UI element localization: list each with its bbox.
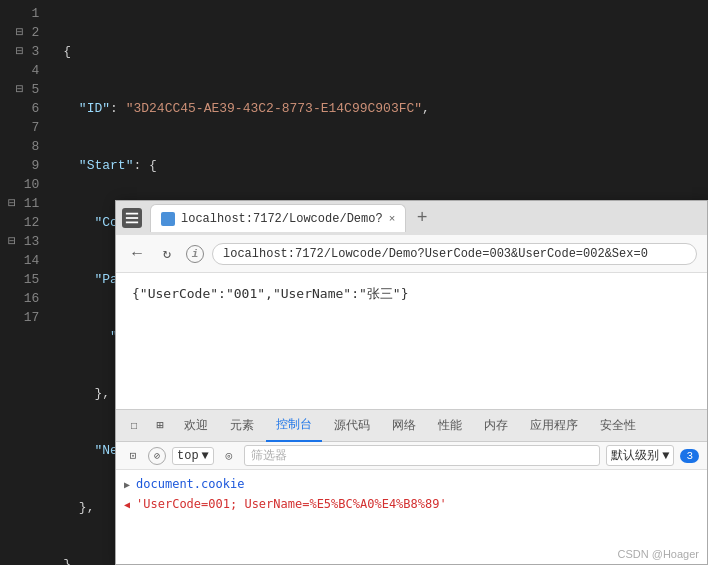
new-tab-button[interactable]: + bbox=[410, 206, 434, 230]
console-clear-icon[interactable]: ⊡ bbox=[124, 447, 142, 465]
expand-icon[interactable]: ▶ bbox=[124, 479, 130, 490]
console-toolbar: ⊡ ⊘ top ▼ ◎ 筛选器 默认级别 ▼ 3 bbox=[116, 442, 707, 470]
console-line-1: ▶ document.cookie bbox=[124, 474, 699, 494]
tab-application[interactable]: 应用程序 bbox=[520, 410, 588, 442]
svg-rect-2 bbox=[126, 222, 138, 224]
log-level-chevron-icon: ▼ bbox=[662, 449, 669, 463]
devtools-device-icon[interactable]: ⊞ bbox=[148, 414, 172, 438]
browser-tab[interactable]: localhost:7172/Lowcode/Demo? × bbox=[150, 204, 406, 232]
tab-network[interactable]: 网络 bbox=[382, 410, 426, 442]
console-line-2: ◀ 'UserCode=001; UserName=%E5%BC%A0%E4%B… bbox=[124, 494, 699, 514]
context-chevron-icon: ▼ bbox=[202, 449, 209, 463]
back-button[interactable]: ← bbox=[126, 243, 148, 265]
tab-close-button[interactable]: × bbox=[389, 213, 396, 225]
line-numbers: 1 ⊟ 2 ⊟ 3 4 ⊟ 5 6 7 8 9 10 ⊟ 11 12 ⊟ 13 … bbox=[0, 0, 47, 260]
tab-performance[interactable]: 性能 bbox=[428, 410, 472, 442]
browser-content: {"UserCode":"001","UserName":"张三"} bbox=[116, 273, 707, 409]
tab-favicon bbox=[161, 212, 175, 226]
console-block-icon[interactable]: ⊘ bbox=[148, 447, 166, 465]
log-level-label: 默认级别 bbox=[611, 447, 659, 464]
devtools-panel: ☐ ⊞ 欢迎 元素 控制台 源代码 网络 性能 bbox=[116, 409, 707, 564]
svg-rect-1 bbox=[126, 217, 138, 219]
tab-welcome[interactable]: 欢迎 bbox=[174, 410, 218, 442]
console-filter-input[interactable]: 筛选器 bbox=[244, 445, 600, 466]
svg-rect-0 bbox=[126, 213, 138, 215]
response-text: {"UserCode":"001","UserName":"张三"} bbox=[132, 286, 408, 301]
console-result: 'UserCode=001; UserName=%E5%BC%A0%E4%B8%… bbox=[136, 497, 447, 511]
tab-sources[interactable]: 源代码 bbox=[324, 410, 380, 442]
context-dropdown[interactable]: top ▼ bbox=[172, 447, 214, 465]
expand-icon-2[interactable]: ◀ bbox=[124, 499, 130, 510]
tab-console[interactable]: 控制台 bbox=[266, 410, 322, 442]
tab-security[interactable]: 安全性 bbox=[590, 410, 646, 442]
devtools-tab-bar: ☐ ⊞ 欢迎 元素 控制台 源代码 网络 性能 bbox=[116, 410, 707, 442]
url-input[interactable]: localhost:7172/Lowcode/Demo?UserCode=003… bbox=[212, 243, 697, 265]
browser-menu-icon[interactable] bbox=[122, 208, 142, 228]
tab-elements[interactable]: 元素 bbox=[220, 410, 264, 442]
error-badge: 3 bbox=[680, 449, 699, 463]
security-icon: i bbox=[186, 245, 204, 263]
log-level-dropdown[interactable]: 默认级别 ▼ bbox=[606, 445, 674, 466]
tab-label: localhost:7172/Lowcode/Demo? bbox=[181, 212, 383, 226]
tab-memory[interactable]: 内存 bbox=[474, 410, 518, 442]
devtools-inspect-icon[interactable]: ☐ bbox=[122, 414, 146, 438]
browser-window: localhost:7172/Lowcode/Demo? × + ← ↻ i l… bbox=[115, 200, 708, 565]
context-label: top bbox=[177, 449, 199, 463]
tab-bar: localhost:7172/Lowcode/Demo? × + bbox=[116, 201, 707, 235]
console-eye-icon[interactable]: ◎ bbox=[220, 447, 238, 465]
console-command: document.cookie bbox=[136, 477, 244, 491]
refresh-button[interactable]: ↻ bbox=[156, 243, 178, 265]
watermark: CSDN @Hoager bbox=[618, 548, 699, 560]
address-bar: ← ↻ i localhost:7172/Lowcode/Demo?UserCo… bbox=[116, 235, 707, 273]
